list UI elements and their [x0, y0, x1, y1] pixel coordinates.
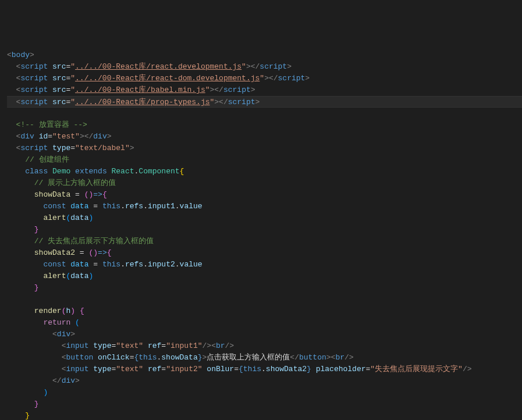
token: this [139, 353, 157, 362]
token [7, 307, 34, 315]
code-line[interactable]: class Demo extends React.Component{ [7, 166, 522, 177]
code-line[interactable]: </div> [7, 375, 522, 387]
code-line[interactable]: } [7, 224, 522, 236]
code-line[interactable]: render(h) { [7, 305, 522, 317]
token [7, 237, 34, 245]
token [70, 190, 75, 199]
token: "input2" [166, 365, 202, 373]
code-line[interactable] [7, 294, 522, 305]
code-line[interactable]: } [7, 398, 522, 410]
token: placeholder [316, 365, 366, 373]
token: ) [43, 388, 48, 397]
token [75, 248, 80, 257]
token [311, 365, 316, 373]
token: () [88, 248, 98, 257]
code-line[interactable]: <div> [7, 329, 522, 340]
code-line[interactable]: <body> [7, 49, 522, 61]
token: return [43, 318, 70, 327]
token: > [251, 86, 255, 94]
code-line[interactable]: <script src="../../00-React库/prop-types.… [7, 96, 522, 108]
token: this [102, 202, 120, 211]
token [7, 283, 34, 292]
token [7, 260, 43, 269]
code-line[interactable]: <script src="../../00-React库/react-dom.d… [7, 73, 522, 84]
code-line[interactable]: const data = this.refs.input2.value [7, 259, 522, 270]
token: = [93, 260, 98, 269]
token: 点击获取上方输入框的值 [207, 353, 290, 362]
code-line[interactable]: <button onClick={this.showData}>点击获取上方输入… [7, 352, 522, 364]
token: = [70, 144, 75, 152]
token: div [57, 330, 70, 339]
token: "text" [116, 365, 143, 373]
token: div [62, 376, 75, 385]
code-line[interactable]: <input type="text" ref="input1"/><br/> [7, 340, 522, 352]
code-line[interactable]: <script type="text/babel"> [7, 143, 522, 154]
code-line[interactable]: return ( [7, 317, 522, 329]
code-line[interactable]: <script src="../../00-React库/react.devel… [7, 61, 522, 73]
code-editor[interactable]: <body> <script src="../../00-React库/reac… [7, 49, 522, 420]
token: } [34, 225, 39, 234]
code-line[interactable]: // 失去焦点后展示下方输入框的值 [7, 236, 522, 247]
token: "text/babel" [75, 144, 130, 152]
token: body [12, 51, 30, 59]
token: React [112, 167, 134, 176]
code-line[interactable]: ) [7, 387, 522, 398]
token: "test" [52, 132, 80, 141]
token: => [98, 248, 107, 257]
code-line[interactable]: // 创建组件 [7, 154, 522, 166]
token: div [20, 132, 38, 141]
token: "input1" [166, 341, 202, 350]
token: script [278, 74, 306, 83]
token [7, 202, 43, 211]
code-line[interactable]: } [7, 410, 522, 420]
code-line[interactable]: // 展示上方输入框的值 [7, 177, 522, 189]
code-line[interactable]: <div id="test"></div> [7, 131, 522, 143]
code-line[interactable]: alert(data) [7, 270, 522, 282]
token [7, 179, 34, 187]
token [98, 260, 102, 269]
token [143, 365, 148, 373]
token: const [43, 260, 66, 269]
token: } [25, 411, 30, 420]
token: /> [225, 341, 235, 350]
token: // 失去焦点后展示下方输入框的值 [34, 237, 154, 245]
token: script [228, 98, 255, 106]
token: script [20, 74, 52, 83]
token [7, 400, 34, 408]
code-line[interactable]: } [7, 282, 522, 294]
token [75, 307, 80, 315]
token: => [93, 190, 102, 199]
token: { [80, 307, 84, 315]
token: = [75, 190, 80, 199]
token: " [260, 74, 264, 83]
code-line[interactable]: const data = this.refs.input1.value [7, 201, 522, 212]
token: { [239, 365, 243, 373]
token: { [102, 190, 107, 199]
token [7, 318, 43, 327]
token: /> [345, 353, 354, 362]
token: ) [88, 272, 93, 280]
token [7, 120, 16, 129]
token [70, 318, 75, 327]
token [7, 98, 16, 106]
token: > [287, 62, 292, 71]
code-line[interactable]: alert(data) [7, 212, 522, 224]
code-line[interactable]: <script src="../../00-React库/babel.min.j… [7, 84, 522, 96]
token [7, 225, 34, 234]
code-line[interactable]: showData = ()=>{ [7, 189, 522, 201]
code-line[interactable]: <input type="text" ref="input2" onBlur={… [7, 364, 522, 375]
token: . [175, 260, 180, 269]
code-line[interactable]: showData2 = ()=>{ [7, 247, 522, 259]
token: showData2 [266, 365, 307, 373]
token: class [25, 167, 48, 176]
token: ../../00-React库/prop-types.js [75, 98, 209, 106]
token: div [93, 132, 106, 141]
token [48, 167, 52, 176]
token: > [107, 132, 112, 141]
token: input2 [148, 260, 175, 269]
token: script [20, 86, 52, 94]
token: . [143, 202, 148, 211]
code-line[interactable] [7, 108, 522, 119]
token [98, 202, 102, 211]
code-line[interactable]: <!-- 放置容器 --> [7, 119, 522, 131]
